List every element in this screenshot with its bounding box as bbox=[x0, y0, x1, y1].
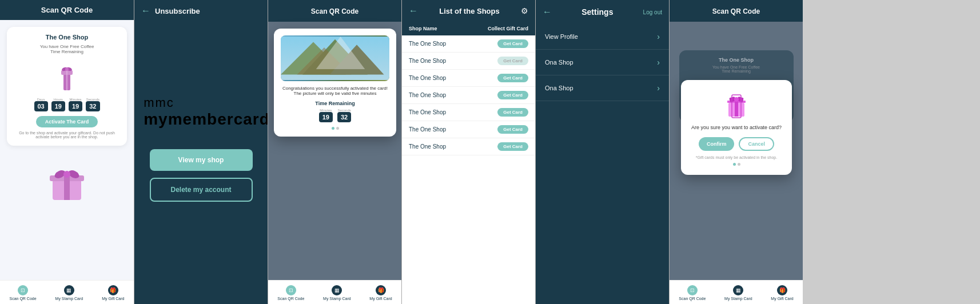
p6-nav-gift-label: My Gift Card bbox=[771, 297, 793, 301]
gift-card-nav-icon: 🎁 bbox=[108, 285, 118, 295]
nav-gift-card-label: My Gift Card bbox=[102, 297, 124, 301]
logout-button[interactable]: Log out bbox=[643, 9, 662, 15]
p3-nav-stamp-label: My Stamp Card bbox=[323, 297, 351, 301]
subtitle: You have One Free CoffeeTime Remaining bbox=[40, 44, 94, 54]
chevron-right-icon: › bbox=[657, 32, 660, 41]
table-row: The One Shop Get Card bbox=[402, 121, 535, 138]
dot-2 bbox=[336, 127, 339, 130]
gift-card-widget: The One Shop You have One Free CoffeeTim… bbox=[7, 27, 127, 146]
logo-bottom: mymembercard bbox=[144, 110, 268, 129]
mountain-image bbox=[281, 35, 389, 81]
unsubscribe-header-title: Unsubscribe bbox=[155, 7, 200, 15]
p6-nav-stamp[interactable]: ▦ My Stamp Card bbox=[724, 285, 752, 301]
chevron-right-icon: › bbox=[657, 58, 660, 67]
stamp-card-icon: ▦ bbox=[64, 285, 74, 295]
svg-rect-8 bbox=[64, 175, 70, 200]
get-card-button[interactable]: Get Card bbox=[497, 142, 528, 151]
shop-name-cell: The One Shop bbox=[409, 109, 446, 115]
p3-nav-stamp[interactable]: ▦ My Stamp Card bbox=[323, 285, 351, 301]
activate-card-button[interactable]: Activate The Card bbox=[36, 116, 98, 127]
shop-name-cell: The One Shop bbox=[409, 143, 446, 150]
panel6-bottom-nav: ⊡ Scan QR Code ▦ My Stamp Card 🎁 My Gift… bbox=[670, 280, 803, 304]
panel1-title: Scan QR Code bbox=[41, 6, 93, 14]
p6-nav-stamp-label: My Stamp Card bbox=[724, 297, 752, 301]
col-shop-name: Shop Name bbox=[409, 26, 437, 31]
get-card-button[interactable]: Get Card bbox=[497, 74, 528, 82]
col-collect: Collect Gift Card bbox=[488, 26, 528, 31]
svg-point-5 bbox=[65, 67, 69, 71]
shop-list-filter-icon[interactable]: ⚙ bbox=[521, 6, 528, 15]
adot-1 bbox=[733, 163, 736, 166]
modal-seconds-value: 32 bbox=[337, 112, 351, 122]
p3-nav-scan-label: Scan QR Code bbox=[277, 297, 304, 301]
settings-menu-item[interactable]: View Profile › bbox=[536, 24, 669, 50]
hours-value: 19 bbox=[51, 101, 65, 111]
nav-gift-card[interactable]: 🎁 My Gift Card bbox=[102, 285, 124, 301]
logo-top: mmc bbox=[144, 95, 174, 110]
logo-container: mmc mymembercard bbox=[134, 95, 268, 129]
table-row: The One Shop Get Card bbox=[402, 35, 535, 53]
get-card-button[interactable]: Get Card bbox=[497, 108, 528, 117]
shop-list-back[interactable]: ← bbox=[409, 6, 418, 16]
settings-menu-item[interactable]: Ona Shop › bbox=[536, 75, 669, 101]
back-icon[interactable]: ← bbox=[141, 6, 150, 16]
panel3-header-bar: Scan QR Code bbox=[268, 0, 401, 22]
panel6-header-bar: Scan QR Code bbox=[670, 0, 803, 22]
table-row: The One Shop Get Card bbox=[402, 53, 535, 70]
activation-confirm-modal: Are you sure you want to activate card? … bbox=[681, 80, 792, 175]
p3-nav-gift[interactable]: 🎁 My Gift Card bbox=[369, 285, 392, 301]
panel1-header: Scan QR Code bbox=[0, 0, 134, 20]
timer-hours: Hours 19 bbox=[51, 98, 65, 111]
adot-2 bbox=[738, 163, 740, 166]
p3-nav-gift-label: My Gift Card bbox=[369, 297, 392, 301]
timer-days: Days 03 bbox=[34, 98, 48, 111]
timer-container: Days 03 Hours 19 Minutes 19 Seconds 32 bbox=[34, 98, 100, 111]
nav-scan-qr-label: Scan QR Code bbox=[9, 297, 36, 301]
cancel-button[interactable]: Cancel bbox=[739, 137, 774, 151]
panel-settings: ← Settings Log out View Profile › Ona Sh… bbox=[535, 0, 669, 304]
shop-rows-container: The One Shop Get Card The One Shop Get C… bbox=[402, 35, 535, 155]
modal-gift-icon bbox=[725, 89, 748, 119]
menu-item-label: Ona Shop bbox=[545, 59, 573, 66]
panel3-title: Scan QR Code bbox=[311, 7, 358, 15]
settings-back[interactable]: ← bbox=[543, 7, 552, 17]
panel6-title: Scan QR Code bbox=[712, 7, 760, 15]
shop-name: The One Shop bbox=[46, 34, 89, 41]
p6-scan-qr-icon: ⊡ bbox=[687, 285, 698, 295]
mountain-svg bbox=[281, 35, 389, 81]
table-row: The One Shop Get Card bbox=[402, 104, 535, 121]
delete-account-button[interactable]: Delete my account bbox=[150, 178, 253, 202]
svg-point-11 bbox=[63, 171, 70, 178]
nav-stamp-card[interactable]: ▦ My Stamp Card bbox=[55, 285, 83, 301]
get-card-button[interactable]: Get Card bbox=[497, 125, 528, 134]
chevron-right-icon: › bbox=[657, 83, 660, 93]
p6-nav-scan-qr[interactable]: ⊡ Scan QR Code bbox=[679, 285, 706, 301]
shop-name-cell: The One Shop bbox=[409, 92, 446, 98]
get-card-button[interactable]: Get Card bbox=[497, 91, 528, 99]
nav-scan-qr[interactable]: ⊡ Scan QR Code bbox=[9, 285, 36, 301]
settings-header: ← Settings Log out bbox=[536, 0, 669, 24]
modal-timer: Minutes 19 Seconds 32 bbox=[281, 109, 389, 122]
settings-menu-item[interactable]: Ona Shop › bbox=[536, 50, 669, 75]
confirm-button[interactable]: Confirm bbox=[699, 137, 735, 151]
p3-nav-scan-qr[interactable]: ⊡ Scan QR Code bbox=[277, 285, 304, 301]
view-shop-button[interactable]: View my shop bbox=[150, 149, 253, 171]
get-card-button[interactable]: Get Card bbox=[497, 39, 528, 48]
panel-shop-list: ← List of the Shops ⚙ Shop Name Collect … bbox=[401, 0, 535, 304]
settings-title: Settings bbox=[581, 7, 613, 17]
panel-scan-qr-modal: Scan QR Code The One Shop You have One F… bbox=[268, 0, 401, 304]
activation-footnote: *Gift cards must only be activated in th… bbox=[696, 155, 777, 159]
modal-seconds: Seconds 32 bbox=[337, 109, 351, 122]
timer-minutes: Minutes 19 bbox=[69, 98, 82, 111]
shop-name-cell: The One Shop bbox=[409, 41, 446, 47]
table-row: The One Shop Get Card bbox=[402, 138, 535, 155]
congratulations-text: Congratulations you successfully activat… bbox=[281, 86, 389, 96]
panel3-bottom-nav: ⊡ Scan QR Code ▦ My Stamp Card 🎁 My Gift… bbox=[268, 280, 401, 304]
p6-nav-gift[interactable]: 🎁 My Gift Card bbox=[771, 285, 793, 301]
shop-name-cell: The One Shop bbox=[409, 126, 446, 133]
panel-scan-qr: Scan QR Code The One Shop You have One F… bbox=[0, 0, 134, 304]
gift-ribbon-icon bbox=[59, 59, 75, 93]
menu-item-label: View Profile bbox=[545, 33, 578, 40]
p6-bg-shop-name: The One Shop bbox=[719, 57, 754, 63]
svg-rect-26 bbox=[735, 101, 738, 117]
